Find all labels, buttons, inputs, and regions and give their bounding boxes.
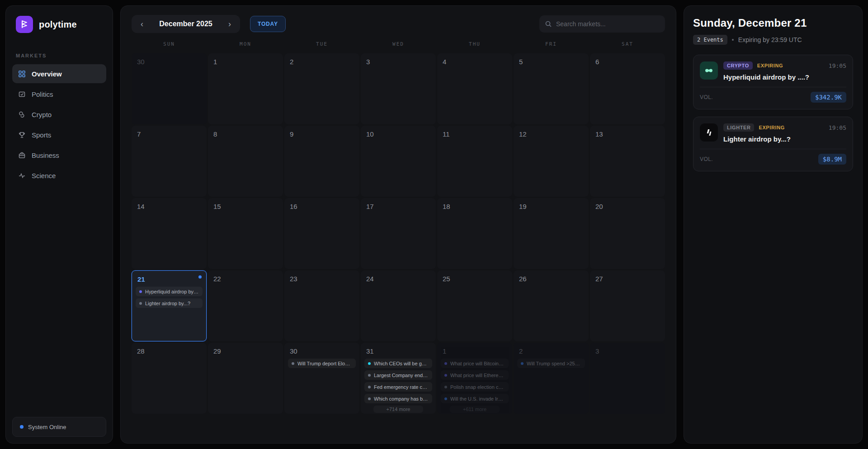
- polytime-logo-icon: [16, 16, 33, 33]
- event-pill[interactable]: Polish snap election calle...: [441, 382, 509, 392]
- day-cell-31[interactable]: 31Which CEOs will be gone...Largest Comp…: [361, 343, 436, 414]
- event-pill[interactable]: Fed emergency rate cut i...: [364, 382, 432, 392]
- event-pill-label: Polish snap election calle...: [450, 384, 505, 390]
- events-count-badge: 2 Events: [693, 35, 727, 45]
- event-dot-icon: [368, 374, 371, 377]
- day-cell-24[interactable]: 24: [361, 270, 436, 341]
- event-dot-icon: [368, 397, 371, 400]
- sidebar-item-politics[interactable]: Politics: [12, 85, 106, 104]
- day-cell-17[interactable]: 17: [361, 198, 436, 269]
- event-title: Lighter airdrop by...?: [723, 135, 846, 143]
- weekday-label-sat: SAT: [590, 39, 665, 49]
- event-pill[interactable]: What price will Ethereum ...: [441, 370, 509, 380]
- day-number: 9: [284, 129, 359, 142]
- day-cell-16[interactable]: 16: [284, 198, 359, 269]
- sidebar-item-crypto[interactable]: Crypto: [12, 105, 106, 124]
- event-pill[interactable]: Will Trump deport Elon M...: [288, 359, 356, 368]
- day-cell-28[interactable]: 28: [132, 343, 207, 414]
- today-button[interactable]: TODAY: [250, 16, 286, 32]
- day-cell-2[interactable]: 2: [284, 53, 359, 124]
- month-label: December 2025: [150, 20, 222, 28]
- day-cell-26[interactable]: 26: [514, 270, 589, 341]
- day-cell-27[interactable]: 27: [590, 270, 665, 341]
- status-dot-icon: [20, 425, 24, 429]
- day-cell-2-adjacent[interactable]: 2Will Trump spend >25% ...: [514, 343, 589, 414]
- day-cell-22[interactable]: 22: [208, 270, 283, 341]
- expiring-note: Expiring by 23:59 UTC: [738, 36, 802, 43]
- day-cell-30[interactable]: 30Will Trump deport Elon M...: [284, 343, 359, 414]
- day-cell-7[interactable]: 7: [132, 126, 207, 197]
- event-dot-icon: [292, 362, 294, 365]
- event-card[interactable]: CRYPTOEXPIRING19:05Hyperliquid airdrop b…: [693, 55, 853, 109]
- day-detail-panel: Sunday, December 21 2 Events Expiring by…: [684, 5, 863, 444]
- day-cell-5[interactable]: 5: [514, 53, 589, 124]
- day-number: 4: [437, 57, 512, 69]
- separator-dot-icon: [732, 39, 734, 41]
- day-cell-8[interactable]: 8: [208, 126, 283, 197]
- next-month-button[interactable]: ›: [222, 16, 237, 32]
- category-badge: CRYPTO: [723, 61, 753, 70]
- event-pill-label: Will Trump spend >25% ...: [527, 361, 581, 366]
- event-pill[interactable]: Will Trump spend >25% ...: [517, 359, 585, 368]
- ballot-icon: [18, 90, 26, 98]
- event-pill[interactable]: Will the U.S. invade Iran i...: [441, 394, 509, 403]
- day-number: 1: [437, 346, 512, 359]
- more-events-link[interactable]: +611 more: [450, 406, 500, 413]
- event-time: 19:05: [829, 62, 846, 69]
- day-cell-20[interactable]: 20: [590, 198, 665, 269]
- event-pill[interactable]: Which CEOs will be gone...: [364, 359, 432, 368]
- day-cell-23[interactable]: 23: [284, 270, 359, 341]
- day-cell-21[interactable]: 21Hyperliquid airdrop by ....?Lighter ai…: [132, 270, 207, 341]
- prev-month-button[interactable]: ‹: [134, 16, 150, 32]
- event-pill-label: Largest Company end of ...: [374, 373, 429, 378]
- day-number: 18: [437, 202, 512, 214]
- sidebar-item-business[interactable]: Business: [12, 146, 106, 165]
- day-cell-18[interactable]: 18: [437, 198, 512, 269]
- sidebar-item-label: Business: [32, 151, 59, 159]
- day-cell-29[interactable]: 29: [208, 343, 283, 414]
- event-dot-icon: [521, 362, 524, 365]
- event-pill[interactable]: Largest Company end of ...: [364, 370, 432, 380]
- day-cell-30-adjacent[interactable]: 30: [132, 53, 207, 124]
- day-cell-12[interactable]: 12: [514, 126, 589, 197]
- sidebar-item-sports[interactable]: Sports: [12, 125, 106, 144]
- day-cell-13[interactable]: 13: [590, 126, 665, 197]
- event-pill[interactable]: Which company has best...: [364, 394, 432, 403]
- day-cell-1-adjacent[interactable]: 1What price will Bitcoin hit...What pric…: [437, 343, 512, 414]
- day-cell-3[interactable]: 3: [361, 53, 436, 124]
- day-cell-9[interactable]: 9: [284, 126, 359, 197]
- day-cell-11[interactable]: 11: [437, 126, 512, 197]
- day-cell-10[interactable]: 10: [361, 126, 436, 197]
- event-card[interactable]: LIGHTEREXPIRING19:05Lighter airdrop by..…: [693, 117, 853, 171]
- event-pill-label: Which CEOs will be gone...: [374, 361, 429, 366]
- day-number: 19: [514, 202, 589, 214]
- day-number: 2: [284, 57, 359, 69]
- day-number: 28: [132, 346, 207, 359]
- event-pill[interactable]: Hyperliquid airdrop by ....?: [136, 287, 203, 296]
- day-number: 22: [208, 274, 283, 286]
- sidebar-item-label: Crypto: [32, 111, 52, 118]
- event-pill[interactable]: Lighter airdrop by...?: [136, 298, 203, 308]
- weekday-label-thu: THU: [437, 39, 512, 49]
- event-pill-label: Will the U.S. invade Iran i...: [450, 396, 505, 402]
- search-input[interactable]: [556, 20, 660, 28]
- sidebar-item-overview[interactable]: Overview: [12, 64, 106, 83]
- card-top: CRYPTOEXPIRING19:05Hyperliquid airdrop b…: [700, 61, 846, 81]
- trophy-icon: [18, 131, 26, 139]
- day-number: 27: [590, 274, 665, 286]
- category-badge: LIGHTER: [723, 123, 754, 132]
- event-pill[interactable]: What price will Bitcoin hit...: [441, 359, 509, 368]
- day-number: 20: [590, 202, 665, 214]
- day-cell-15[interactable]: 15: [208, 198, 283, 269]
- day-cell-6[interactable]: 6: [590, 53, 665, 124]
- more-events-link[interactable]: +714 more: [373, 406, 423, 413]
- day-cell-1[interactable]: 1: [208, 53, 283, 124]
- day-cell-25[interactable]: 25: [437, 270, 512, 341]
- day-cell-4[interactable]: 4: [437, 53, 512, 124]
- day-cell-3-adjacent[interactable]: 3: [590, 343, 665, 414]
- event-card-list: CRYPTOEXPIRING19:05Hyperliquid airdrop b…: [693, 55, 853, 171]
- sidebar-item-science[interactable]: Science: [12, 166, 106, 185]
- search-box[interactable]: [539, 15, 665, 33]
- day-cell-14[interactable]: 14: [132, 198, 207, 269]
- day-cell-19[interactable]: 19: [514, 198, 589, 269]
